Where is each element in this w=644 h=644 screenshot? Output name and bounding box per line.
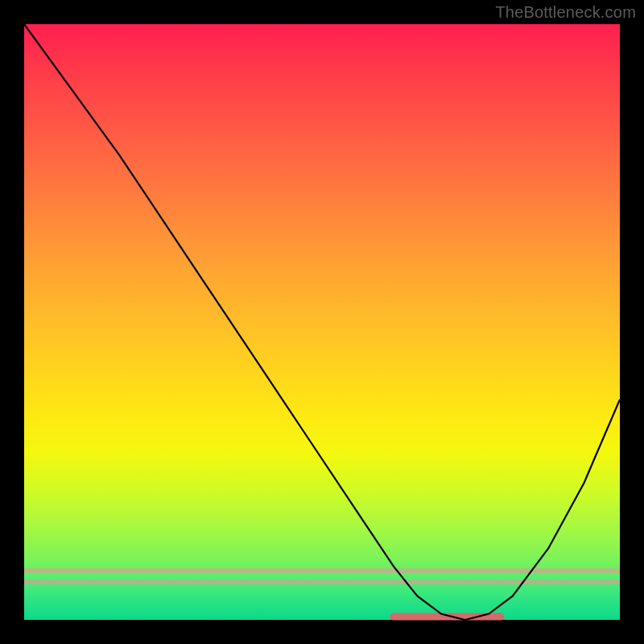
bottleneck-curve	[24, 24, 620, 620]
curve-svg	[24, 24, 620, 620]
plot-area	[24, 24, 620, 620]
watermark-text: TheBottleneck.com	[495, 3, 636, 22]
chart-frame: TheBottleneck.com	[0, 0, 644, 644]
